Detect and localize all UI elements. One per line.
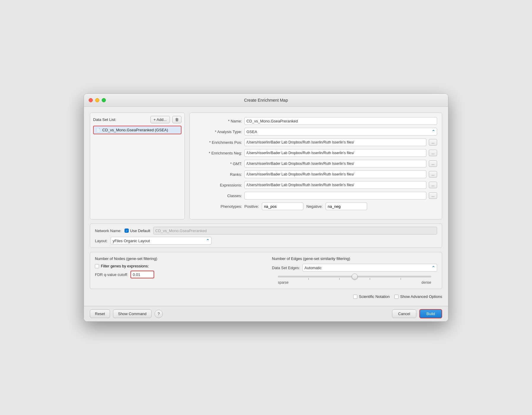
- fdr-row: FDR q-value cutoff:: [95, 271, 260, 278]
- footer: Reset Show Command ? Cancel Build: [84, 306, 448, 321]
- filter-genes-row: Filter genes by expressions:: [95, 264, 260, 268]
- slider-dense-label: dense: [421, 280, 431, 285]
- analysis-type-row: * Analysis Type: GSEA Generic/gProfiler …: [195, 128, 437, 135]
- layout-label: Layout:: [95, 239, 108, 243]
- fdr-label: FDR q-value cutoff:: [95, 272, 128, 277]
- reset-button[interactable]: Reset: [90, 309, 110, 318]
- gmt-browse-button[interactable]: ...: [429, 160, 437, 167]
- ranks-row: Ranks: ...: [195, 170, 437, 178]
- enrichments-pos-row: * Enrichments Pos: ...: [195, 138, 437, 146]
- name-input[interactable]: [244, 117, 437, 125]
- expressions-input[interactable]: [244, 181, 426, 189]
- classes-label: Classes:: [195, 194, 242, 198]
- delete-dataset-button[interactable]: 🗑: [172, 116, 181, 123]
- list-item[interactable]: 📄 CD_vs_Mono.GseaPreranked (GSEA): [93, 126, 181, 134]
- network-name-row: Network Name: Use Default: [95, 227, 437, 234]
- layout-row: Layout: yFiles Organic Layout Prefuse Fo…: [95, 237, 437, 245]
- classes-input[interactable]: [244, 192, 426, 199]
- dataset-list: 📄 CD_vs_Mono.GseaPreranked (GSEA): [93, 126, 181, 216]
- scientific-notation-checkbox[interactable]: [353, 295, 357, 299]
- gmt-input[interactable]: [244, 160, 426, 167]
- slider-tick-4: [401, 278, 401, 280]
- dataset-panel: Data Set List: + Add... 🗑 📄 CD_vs_Mono.G…: [90, 113, 185, 219]
- phenotype-positive-input[interactable]: [262, 202, 303, 210]
- nodes-filter-column: Number of Nodes (gene-set filtering) Fil…: [95, 256, 260, 285]
- show-command-button[interactable]: Show Command: [113, 309, 152, 318]
- edges-filter-title: Number of Edges (gene-set similarity fil…: [272, 256, 437, 261]
- filtering-section: Number of Nodes (gene-set filtering) Fil…: [90, 252, 442, 289]
- slider-labels: sparse dense: [278, 280, 431, 285]
- enrichments-neg-row: * Enrichments Neg: ...: [195, 149, 437, 157]
- build-button[interactable]: Build: [419, 309, 442, 318]
- gmt-row: * GMT: ...: [195, 160, 437, 167]
- ranks-browse-button[interactable]: ...: [429, 171, 437, 178]
- show-advanced-label[interactable]: Show Advanced Options: [394, 294, 442, 299]
- network-name-input[interactable]: [153, 227, 437, 234]
- scientific-notation-text: Scientific Notation: [359, 294, 390, 299]
- minimize-button[interactable]: [95, 98, 99, 102]
- classes-row: Classes: ...: [195, 192, 437, 199]
- slider-fill: [278, 276, 362, 277]
- ranks-input[interactable]: [244, 170, 426, 178]
- similarity-slider-container: sparse dense: [272, 276, 437, 285]
- cancel-button[interactable]: Cancel: [392, 309, 416, 318]
- file-icon: 📄: [96, 128, 101, 132]
- phenotype-positive-label: Positive:: [244, 204, 259, 209]
- traffic-lights: [89, 98, 106, 102]
- network-name-label: Network Name:: [95, 229, 122, 233]
- scientific-notation-label[interactable]: Scientific Notation: [353, 294, 390, 299]
- maximize-button[interactable]: [102, 98, 106, 102]
- phenotype-negative-input[interactable]: [326, 202, 367, 210]
- gmt-label: * GMT:: [195, 162, 242, 166]
- filter-genes-text: Filter genes by expressions:: [101, 264, 149, 268]
- nodes-filter-title: Number of Nodes (gene-set filtering): [95, 256, 260, 261]
- dataset-list-label: Data Set List:: [93, 117, 148, 122]
- dataset-edges-select-wrapper: Automatic Distinct Edges Combined ⌃: [302, 264, 437, 272]
- network-section: Network Name: Use Default Layout: yFiles…: [90, 224, 442, 248]
- slider-tick-1: [308, 278, 309, 280]
- phenotype-controls: Positive: Negative:: [244, 202, 367, 210]
- dataset-edges-row: Data Set Edges: Automatic Distinct Edges…: [272, 264, 437, 272]
- form-panel: * Name: * Analysis Type: GSEA Generic/gP…: [189, 113, 442, 219]
- analysis-type-label: * Analysis Type:: [195, 130, 242, 134]
- show-advanced-text: Show Advanced Options: [400, 294, 442, 299]
- expressions-browse-button[interactable]: ...: [429, 182, 437, 188]
- filter-genes-label[interactable]: Filter genes by expressions:: [95, 264, 149, 268]
- expressions-label: Expressions:: [195, 183, 242, 187]
- show-advanced-checkbox[interactable]: [394, 295, 399, 299]
- phenotype-negative-label: Negative:: [306, 204, 323, 209]
- slider-tick-2: [339, 278, 340, 280]
- analysis-type-select-wrapper: GSEA Generic/gProfiler BINGO ⌃: [244, 128, 437, 135]
- layout-select-wrapper: yFiles Organic Layout Prefuse Force Dire…: [111, 237, 211, 245]
- layout-select[interactable]: yFiles Organic Layout Prefuse Force Dire…: [111, 237, 211, 245]
- enrichments-pos-input[interactable]: [244, 138, 426, 146]
- options-row: Scientific Notation Show Advanced Option…: [90, 293, 442, 300]
- help-button[interactable]: ?: [154, 310, 163, 318]
- close-button[interactable]: [89, 98, 93, 102]
- dataset-item-label: CD_vs_Mono.GseaPreranked (GSEA): [102, 128, 168, 132]
- enrichments-neg-browse-button[interactable]: ...: [429, 150, 437, 156]
- enrichments-pos-browse-button[interactable]: ...: [429, 139, 437, 146]
- enrichments-neg-label: * Enrichments Neg:: [195, 151, 242, 155]
- phenotypes-label: Phenotypes:: [195, 204, 242, 209]
- trash-icon: 🗑: [175, 117, 179, 122]
- add-dataset-button[interactable]: + Add...: [150, 116, 170, 123]
- filter-genes-checkbox[interactable]: [95, 264, 99, 268]
- analysis-type-select[interactable]: GSEA Generic/gProfiler BINGO: [244, 128, 437, 135]
- slider-thumb[interactable]: [352, 274, 358, 280]
- use-default-label[interactable]: Use Default: [125, 229, 150, 233]
- use-default-text: Use Default: [130, 229, 150, 233]
- slider-sparse-label: sparse: [278, 280, 289, 285]
- name-label: * Name:: [195, 119, 242, 123]
- title-bar: Create Enrichment Map: [84, 94, 448, 107]
- enrichments-neg-input[interactable]: [244, 149, 426, 157]
- classes-browse-button[interactable]: ...: [429, 192, 437, 199]
- dataset-edges-select[interactable]: Automatic Distinct Edges Combined: [302, 264, 437, 272]
- slider-tick-3: [370, 278, 370, 280]
- main-content: Data Set List: + Add... 🗑 📄 CD_vs_Mono.G…: [84, 107, 448, 306]
- use-default-checkbox[interactable]: [125, 229, 129, 233]
- window-title: Create Enrichment Map: [244, 98, 288, 103]
- edges-filter-column: Number of Edges (gene-set similarity fil…: [272, 256, 437, 285]
- enrichments-pos-label: * Enrichments Pos:: [195, 140, 242, 145]
- fdr-input[interactable]: [130, 271, 154, 278]
